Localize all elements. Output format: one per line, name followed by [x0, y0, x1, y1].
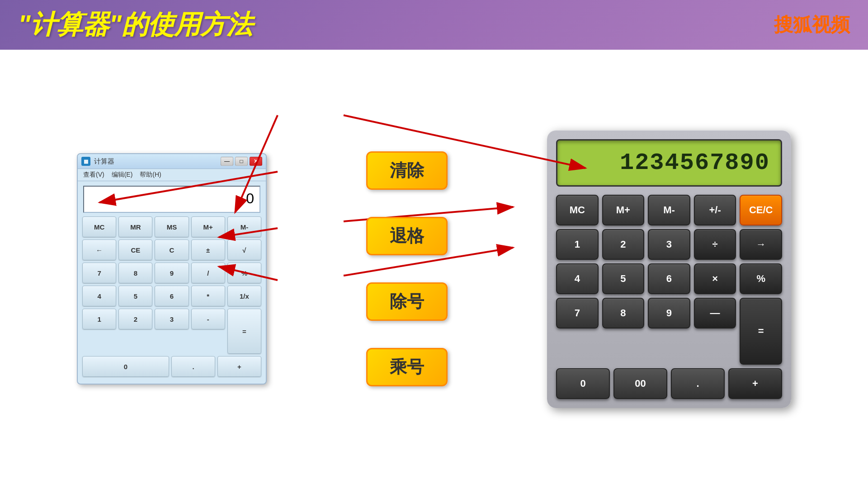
- phys-six[interactable]: 6: [648, 263, 690, 294]
- button-panel: MC MR MS M+ M- ← CE C ± √ 7 8 9 / %: [78, 216, 266, 384]
- mminus-button[interactable]: M-: [227, 216, 261, 237]
- zero-button[interactable]: 0: [82, 356, 169, 377]
- phys-mplus[interactable]: M+: [602, 195, 645, 225]
- annotation-labels: 清除 退格 除号 乘号: [366, 151, 448, 386]
- backspace-button[interactable]: ←: [82, 239, 116, 260]
- reciprocal-button[interactable]: 1/x: [227, 286, 261, 306]
- calculator-display: 0: [83, 186, 260, 213]
- phys-row-123: 1 2 3 ÷ →: [556, 229, 782, 260]
- phys-minus[interactable]: —: [694, 298, 736, 328]
- phys-row-456: 4 5 6 × %: [556, 263, 782, 294]
- close-button[interactable]: ✕: [250, 157, 262, 166]
- titlebar: ▦ 计算器 — □ ✕: [78, 154, 266, 169]
- plusminus-button[interactable]: ±: [191, 239, 225, 260]
- phys-divide[interactable]: ÷: [694, 229, 736, 260]
- phys-seven[interactable]: 7: [556, 298, 599, 328]
- logo: 搜狐视频: [774, 12, 850, 38]
- phys-decimal[interactable]: .: [671, 368, 725, 399]
- three-button[interactable]: 3: [155, 309, 189, 329]
- row-0: 0 . +: [82, 356, 261, 377]
- phys-nine[interactable]: 9: [648, 298, 690, 328]
- phys-mminus[interactable]: M-: [648, 195, 690, 225]
- row-123: 1 2 3 - =: [82, 309, 261, 354]
- phys-one[interactable]: 1: [556, 229, 599, 260]
- phys-four[interactable]: 4: [556, 263, 599, 294]
- windows-calculator: ▦ 计算器 — □ ✕ 查看(V) 编辑(E) 帮助(H) 0 MC MR MS…: [77, 153, 267, 385]
- physical-calculator: 1234567890 MC M+ M- +/- CE/C 1 2 3 ÷ → 4…: [547, 130, 791, 408]
- window-controls: — □ ✕: [221, 157, 262, 166]
- seven-button[interactable]: 7: [82, 263, 116, 283]
- phys-two[interactable]: 2: [602, 229, 645, 260]
- phys-equals-top[interactable]: =: [740, 298, 782, 365]
- c-button[interactable]: C: [155, 239, 189, 260]
- mplus-button[interactable]: M+: [191, 216, 225, 237]
- mc-button[interactable]: MC: [82, 216, 116, 237]
- help-menu[interactable]: 帮助(H): [140, 171, 161, 179]
- multiply-button[interactable]: *: [191, 286, 225, 306]
- phys-doublezero[interactable]: 00: [613, 368, 667, 399]
- phys-percent[interactable]: %: [740, 263, 782, 294]
- nine-button[interactable]: 9: [155, 263, 189, 283]
- phys-row-0: 0 00 . +: [556, 368, 782, 399]
- equals-button-right[interactable]: =: [227, 309, 261, 354]
- qingchu-label: 清除: [366, 151, 448, 190]
- chuhao-label: 除号: [366, 282, 448, 321]
- calc-title: 计算器: [94, 157, 221, 166]
- row-789: 7 8 9 / %: [82, 263, 261, 283]
- ms-button[interactable]: MS: [155, 216, 189, 237]
- maximize-button[interactable]: □: [235, 157, 248, 166]
- main-content: ▦ 计算器 — □ ✕ 查看(V) 编辑(E) 帮助(H) 0 MC MR MS…: [0, 50, 868, 488]
- ce-button[interactable]: CE: [118, 239, 152, 260]
- row-456: 4 5 6 * 1/x: [82, 286, 261, 306]
- phys-arrow[interactable]: →: [740, 229, 782, 260]
- phys-row-789: 7 8 9 — =: [556, 298, 782, 365]
- phys-ce-c[interactable]: CE/C: [740, 195, 782, 225]
- chenghao-label: 乘号: [366, 348, 448, 386]
- ce-row: ← CE C ± √: [82, 239, 261, 260]
- calc-icon: ▦: [81, 157, 90, 166]
- plus-button[interactable]: +: [217, 356, 261, 377]
- divide-button[interactable]: /: [191, 263, 225, 283]
- phys-three[interactable]: 3: [648, 229, 690, 260]
- header: "计算器"的使用方法 搜狐视频: [0, 0, 868, 50]
- logo-text: 搜狐视频: [774, 14, 850, 35]
- phys-eight[interactable]: 8: [602, 298, 645, 328]
- phys-button-panel: MC M+ M- +/- CE/C 1 2 3 ÷ → 4 5 6 × %: [556, 195, 782, 399]
- mr-button[interactable]: MR: [118, 216, 152, 237]
- edit-menu[interactable]: 编辑(E): [112, 171, 133, 179]
- phys-multiply[interactable]: ×: [694, 263, 736, 294]
- minimize-button[interactable]: —: [221, 157, 233, 166]
- phys-memory-row: MC M+ M- +/- CE/C: [556, 195, 782, 225]
- phys-plus[interactable]: +: [728, 368, 782, 399]
- eight-button[interactable]: 8: [118, 263, 152, 283]
- one-button[interactable]: 1: [82, 309, 116, 329]
- phys-plusminus[interactable]: +/-: [694, 195, 736, 225]
- five-button[interactable]: 5: [118, 286, 152, 306]
- phys-five[interactable]: 5: [602, 263, 645, 294]
- menu-bar: 查看(V) 编辑(E) 帮助(H): [78, 169, 266, 181]
- minus-button[interactable]: -: [191, 309, 225, 329]
- page-title: "计算器"的使用方法: [18, 7, 253, 42]
- percent-button[interactable]: %: [227, 263, 261, 283]
- tuige-label: 退格: [366, 217, 448, 255]
- sqrt-button[interactable]: √: [227, 239, 261, 260]
- phys-mc[interactable]: MC: [556, 195, 599, 225]
- decimal-button[interactable]: .: [171, 356, 215, 377]
- six-button[interactable]: 6: [155, 286, 189, 306]
- phys-zero[interactable]: 0: [556, 368, 610, 399]
- phys-display: 1234567890: [556, 139, 782, 187]
- view-menu[interactable]: 查看(V): [83, 171, 104, 179]
- four-button[interactable]: 4: [82, 286, 116, 306]
- memory-row: MC MR MS M+ M-: [82, 216, 261, 237]
- two-button[interactable]: 2: [118, 309, 152, 329]
